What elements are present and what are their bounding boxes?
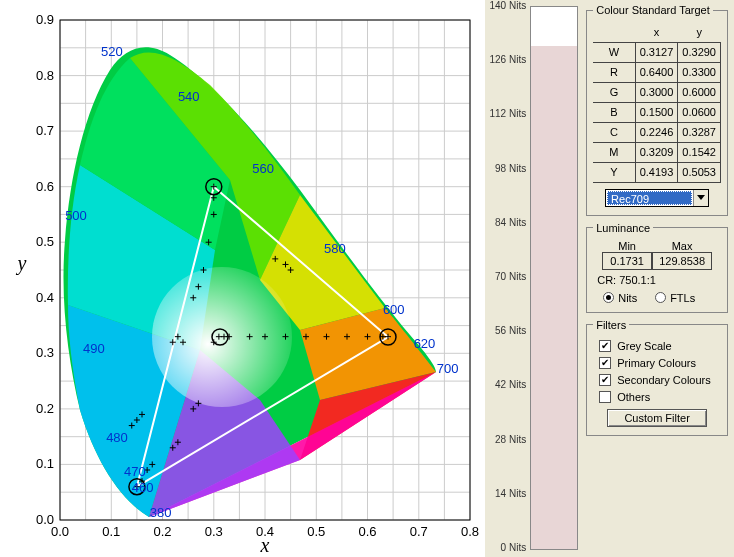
svg-text:0.8: 0.8 bbox=[36, 68, 54, 83]
filters-group: Filters ✔ Grey Scale ✔ Primary Colours ✔… bbox=[586, 319, 728, 436]
svg-text:0.5: 0.5 bbox=[307, 524, 325, 539]
lum-min-value: 0.1731 bbox=[602, 252, 652, 270]
nits-bar-panel: 140 Nits126 Nits112 Nits98 Nits84 Nits70… bbox=[485, 0, 584, 557]
svg-text:0.4: 0.4 bbox=[36, 290, 54, 305]
svg-text:0.2: 0.2 bbox=[36, 401, 54, 416]
svg-text:0.7: 0.7 bbox=[410, 524, 428, 539]
filter-grey-scale-checkbox[interactable]: ✔ Grey Scale bbox=[599, 340, 721, 352]
x-axis-label: x bbox=[260, 534, 270, 556]
lum-max-label: Max bbox=[652, 240, 712, 252]
lum-min-label: Min bbox=[602, 240, 652, 252]
luminance-group: Luminance Min 0.1731 Max 129.8538 CR: 75… bbox=[586, 222, 728, 313]
custom-filter-button[interactable]: Custom Filter bbox=[607, 409, 707, 427]
svg-text:490: 490 bbox=[83, 341, 105, 356]
svg-text:0.3: 0.3 bbox=[36, 345, 54, 360]
colour-standard-legend: Colour Standard Target bbox=[593, 4, 713, 16]
svg-text:0.2: 0.2 bbox=[153, 524, 171, 539]
svg-text:0.1: 0.1 bbox=[36, 456, 54, 471]
y-axis-label: y bbox=[16, 252, 27, 275]
lum-max-value: 129.8538 bbox=[652, 252, 712, 270]
table-row: C0.22460.3287 bbox=[593, 122, 720, 142]
table-row: Y0.41930.5053 bbox=[593, 162, 720, 182]
table-row: B0.15000.0600 bbox=[593, 102, 720, 122]
checkbox-icon: ✔ bbox=[599, 357, 611, 369]
svg-text:0.7: 0.7 bbox=[36, 123, 54, 138]
svg-text:0.1: 0.1 bbox=[102, 524, 120, 539]
svg-text:500: 500 bbox=[65, 208, 87, 223]
table-row: W0.31270.3290 bbox=[593, 42, 720, 62]
contrast-ratio-label: CR: 750.1:1 bbox=[597, 274, 721, 286]
preset-selected: Rec709 bbox=[607, 191, 692, 205]
svg-text:460: 460 bbox=[132, 480, 154, 495]
checkbox-icon: ✔ bbox=[599, 374, 611, 386]
filter-others-checkbox[interactable]: Others bbox=[599, 391, 721, 403]
chevron-down-icon[interactable] bbox=[693, 190, 708, 206]
svg-text:0.6: 0.6 bbox=[36, 179, 54, 194]
svg-marker-149 bbox=[697, 195, 705, 200]
radio-dot-icon bbox=[655, 292, 666, 303]
nits-tick-labels: 140 Nits126 Nits112 Nits98 Nits84 Nits70… bbox=[485, 0, 530, 557]
chromaticity-chart: 380460470480490500520540560580600620700 … bbox=[0, 0, 490, 557]
svg-text:0.5: 0.5 bbox=[36, 234, 54, 249]
radio-dot-icon bbox=[603, 292, 614, 303]
col-y-header: y bbox=[678, 22, 721, 42]
svg-text:0.0: 0.0 bbox=[36, 512, 54, 527]
nits-bar bbox=[530, 6, 578, 550]
table-row: R0.64000.3300 bbox=[593, 62, 720, 82]
units-ftls-radio[interactable]: FTLs bbox=[655, 292, 695, 304]
checkbox-icon bbox=[599, 391, 611, 403]
svg-text:0.8: 0.8 bbox=[461, 524, 479, 539]
svg-text:600: 600 bbox=[383, 302, 405, 317]
table-row: G0.30000.6000 bbox=[593, 82, 720, 102]
units-nits-radio[interactable]: Nits bbox=[603, 292, 637, 304]
svg-text:480: 480 bbox=[106, 430, 128, 445]
svg-text:0.9: 0.9 bbox=[36, 12, 54, 27]
luminance-legend: Luminance bbox=[593, 222, 653, 234]
svg-text:580: 580 bbox=[324, 241, 346, 256]
svg-text:0.3: 0.3 bbox=[205, 524, 223, 539]
svg-text:560: 560 bbox=[252, 161, 274, 176]
svg-text:540: 540 bbox=[178, 89, 200, 104]
chromaticity-chart-panel: 380460470480490500520540560580600620700 … bbox=[0, 0, 485, 557]
table-row: M0.32090.1542 bbox=[593, 142, 720, 162]
svg-text:520: 520 bbox=[101, 44, 123, 59]
svg-text:700: 700 bbox=[437, 361, 459, 376]
colour-standard-target-group: Colour Standard Target x y W0.31270.3290… bbox=[586, 4, 728, 216]
preset-dropdown[interactable]: Rec709 bbox=[605, 189, 709, 207]
filter-secondary-checkbox[interactable]: ✔ Secondary Colours bbox=[599, 374, 721, 386]
filters-legend: Filters bbox=[593, 319, 629, 331]
app-root: 380460470480490500520540560580600620700 … bbox=[0, 0, 734, 557]
svg-text:470: 470 bbox=[124, 464, 146, 479]
filter-primary-checkbox[interactable]: ✔ Primary Colours bbox=[599, 357, 721, 369]
nits-bar-fill bbox=[531, 46, 577, 549]
colour-standard-table: x y W0.31270.3290R0.64000.3300G0.30000.6… bbox=[593, 22, 721, 183]
svg-text:380: 380 bbox=[150, 505, 172, 520]
checkbox-icon: ✔ bbox=[599, 340, 611, 352]
svg-text:0.6: 0.6 bbox=[358, 524, 376, 539]
controls-panel: Colour Standard Target x y W0.31270.3290… bbox=[584, 0, 734, 557]
svg-text:620: 620 bbox=[414, 336, 436, 351]
col-x-header: x bbox=[635, 22, 678, 42]
